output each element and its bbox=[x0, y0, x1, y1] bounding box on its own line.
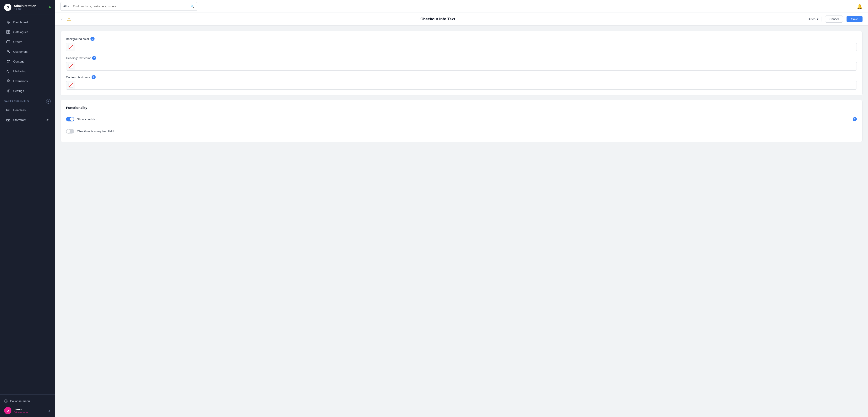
heading-color-text[interactable] bbox=[75, 62, 857, 70]
background-color-label: Background color ? bbox=[66, 37, 857, 41]
user-row: D demo Administrator ▲ bbox=[4, 407, 51, 414]
chevron-down-icon: ▾ bbox=[67, 5, 69, 8]
sidebar-item-content[interactable]: Content bbox=[2, 57, 53, 66]
svg-rect-11 bbox=[7, 109, 10, 111]
headless-icon bbox=[6, 108, 10, 112]
add-sales-channel-button[interactable]: + bbox=[46, 99, 51, 104]
background-color-picker[interactable] bbox=[66, 43, 75, 51]
content-color-group: Content: text color ? bbox=[66, 75, 857, 90]
sidebar-item-label: Marketing bbox=[13, 70, 26, 73]
user-info: demo Administrator bbox=[14, 408, 29, 414]
sidebar-item-orders[interactable]: Orders bbox=[2, 37, 53, 46]
required-toggle[interactable] bbox=[66, 129, 74, 133]
back-button[interactable]: ‹ bbox=[60, 16, 63, 22]
show-checkbox-label: Show checkbox bbox=[77, 118, 98, 121]
content-color-help[interactable]: ? bbox=[92, 75, 96, 79]
content-color-label: Content: text color ? bbox=[66, 75, 857, 79]
collapse-menu-button[interactable]: Collapse menu bbox=[4, 397, 51, 405]
user-name: demo bbox=[14, 408, 29, 411]
svg-point-10 bbox=[8, 90, 9, 92]
background-color-text[interactable] bbox=[75, 43, 857, 51]
svg-rect-6 bbox=[7, 60, 8, 61]
sidebar-item-label: Extensions bbox=[13, 79, 28, 83]
sidebar-item-marketing[interactable]: Marketing bbox=[2, 66, 53, 76]
functionality-card: Functionality Show checkbox ? Checkbox bbox=[60, 100, 863, 142]
show-checkbox-help[interactable]: ? bbox=[853, 117, 857, 121]
sidebar-item-extensions[interactable]: Extensions bbox=[2, 76, 53, 86]
content-header: ‹ ⚠ Checkout Info Text Dutch ▾ Cancel Sa… bbox=[55, 13, 868, 26]
sidebar-item-settings[interactable]: Settings bbox=[2, 86, 53, 96]
app-version: 6.4.10.1 bbox=[14, 8, 36, 10]
topbar: All ▾ 🔍 🔔 bbox=[55, 0, 868, 13]
svg-rect-0 bbox=[7, 30, 8, 32]
extensions-icon bbox=[6, 79, 10, 83]
sidebar-item-dashboard[interactable]: ⊙ Dashboard bbox=[2, 17, 53, 27]
search-container: All ▾ 🔍 bbox=[60, 2, 197, 11]
main-area: All ▾ 🔍 🔔 ‹ ⚠ Checkout Info Text Dutch ▾… bbox=[55, 0, 868, 417]
required-label: Checkbox is a required field bbox=[77, 130, 114, 133]
sidebar-item-headless[interactable]: Headless bbox=[2, 105, 53, 115]
page-title: Checkout Info Text bbox=[74, 17, 801, 22]
catalogues-icon bbox=[6, 30, 10, 34]
background-color-help[interactable]: ? bbox=[90, 37, 95, 41]
heading-color-help[interactable]: ? bbox=[92, 56, 96, 60]
sidebar-item-label: Customers bbox=[13, 50, 28, 54]
heading-color-picker[interactable] bbox=[66, 62, 75, 70]
sidebar-item-catalogues[interactable]: Catalogues bbox=[2, 27, 53, 37]
content-color-input bbox=[66, 81, 857, 90]
cancel-button[interactable]: Cancel bbox=[825, 15, 843, 23]
svg-rect-13 bbox=[8, 120, 9, 121]
svg-rect-9 bbox=[7, 63, 9, 63]
user-avatar: D bbox=[4, 407, 11, 414]
app-info: Administration 6.4.10.1 bbox=[14, 4, 36, 10]
storefront-icon bbox=[6, 118, 10, 122]
heading-color-group: Heading: text color ? bbox=[66, 56, 857, 70]
sidebar-item-customers[interactable]: Customers bbox=[2, 47, 53, 56]
svg-rect-2 bbox=[7, 32, 8, 34]
divider bbox=[66, 125, 857, 125]
customers-icon bbox=[6, 49, 10, 54]
sidebar-item-storefront[interactable]: Storefront 👁 bbox=[2, 115, 53, 125]
sidebar-item-label: Storefront bbox=[13, 118, 26, 122]
background-color-group: Background color ? bbox=[66, 37, 857, 51]
sidebar-item-label: Headless bbox=[13, 108, 26, 112]
required-thumb bbox=[66, 129, 70, 133]
show-checkbox-toggle[interactable] bbox=[66, 117, 74, 121]
search-icon: 🔍 bbox=[190, 5, 194, 8]
functionality-title: Functionality bbox=[66, 106, 857, 109]
notifications-button[interactable]: 🔔 bbox=[857, 4, 863, 9]
svg-rect-8 bbox=[7, 62, 10, 62]
language-label: Dutch bbox=[808, 17, 815, 21]
settings-icon bbox=[6, 89, 10, 93]
sidebar-item-label: Orders bbox=[13, 40, 22, 43]
required-track bbox=[66, 129, 74, 133]
chevron-down-icon: ▾ bbox=[817, 17, 818, 21]
save-button[interactable]: Save bbox=[846, 16, 863, 22]
content-color-swatch bbox=[68, 83, 73, 88]
svg-rect-1 bbox=[8, 30, 10, 32]
app-logo: G bbox=[4, 4, 11, 11]
collapse-label: Collapse menu bbox=[10, 399, 30, 403]
content-color-picker[interactable] bbox=[66, 81, 75, 90]
status-dot bbox=[49, 6, 51, 8]
sidebar-item-label: Catalogues bbox=[13, 30, 28, 34]
background-color-swatch bbox=[68, 45, 73, 49]
heading-color-label: Heading: text color ? bbox=[66, 56, 857, 60]
colors-card: Background color ? Heading: text color ? bbox=[60, 31, 863, 95]
content-icon bbox=[6, 59, 10, 64]
storefront-eye-icon[interactable]: 👁 bbox=[46, 118, 49, 122]
language-dropdown[interactable]: Dutch ▾ bbox=[805, 16, 822, 22]
dashboard-icon: ⊙ bbox=[6, 20, 10, 25]
svg-rect-4 bbox=[7, 41, 10, 43]
search-type-label: All bbox=[63, 5, 66, 8]
search-input[interactable] bbox=[73, 5, 189, 8]
heading-color-input bbox=[66, 62, 857, 70]
show-checkbox-thumb bbox=[70, 117, 74, 121]
chevron-up-icon: ▲ bbox=[48, 409, 51, 412]
content-color-text[interactable] bbox=[75, 81, 857, 90]
warning-icon: ⚠ bbox=[67, 17, 71, 22]
search-type-dropdown[interactable]: All ▾ bbox=[63, 5, 71, 8]
show-checkbox-row: Show checkbox ? bbox=[66, 114, 857, 124]
sidebar-item-label: Content bbox=[13, 60, 24, 63]
marketing-icon bbox=[6, 69, 10, 73]
